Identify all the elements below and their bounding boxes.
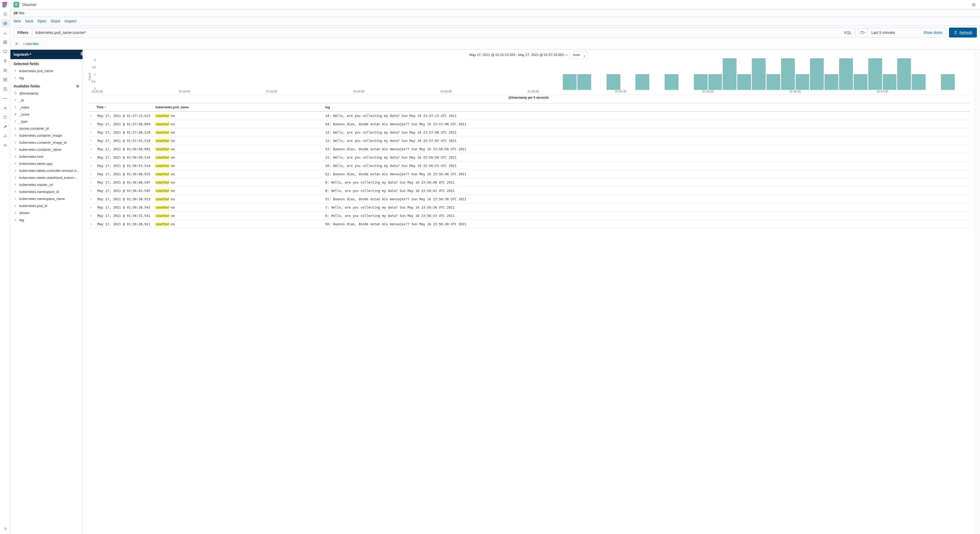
expand-row-icon[interactable]: › (88, 137, 95, 145)
chart-bar[interactable] (897, 58, 911, 90)
nav-stack-monitoring-icon[interactable] (1, 132, 10, 140)
table-row[interactable]: ›May 17, 2021 @ 01:57:08.894counter-es54… (88, 120, 970, 128)
nav-dev-tools-icon[interactable] (1, 122, 10, 131)
expand-row-icon[interactable]: › (88, 220, 95, 228)
available-field-item[interactable]: tkubernetes.container_image_id (10, 139, 83, 146)
nav-dashboard-icon[interactable] (1, 38, 10, 46)
nav-uptime-icon[interactable] (1, 103, 10, 112)
chart-bar[interactable] (795, 74, 810, 90)
chart-bar[interactable] (912, 74, 926, 90)
chart-bar[interactable] (839, 58, 853, 90)
selected-field-item[interactable]: tlog (10, 75, 83, 81)
chart-bar[interactable] (781, 58, 795, 90)
chart-bar[interactable] (737, 74, 751, 90)
expand-row-icon[interactable]: › (88, 212, 95, 220)
available-field-item[interactable]: tkubernetes.container_name (10, 146, 83, 153)
expand-row-icon[interactable]: › (88, 145, 95, 153)
nav-maps-icon[interactable] (1, 57, 10, 65)
table-row[interactable]: ›May 17, 2021 @ 01:57:08.520counter-en13… (88, 128, 970, 137)
chart-bar[interactable] (723, 58, 737, 90)
sort-desc-icon[interactable]: ▼ (104, 106, 107, 108)
available-field-item[interactable]: t_id (10, 97, 83, 104)
table-row[interactable]: ›May 17, 2021 @ 01:57:13.523counter-en14… (88, 111, 970, 120)
chart-bar[interactable] (665, 74, 678, 90)
table-row[interactable]: ›May 17, 2021 @ 01:56:58.892counter-es53… (88, 145, 970, 153)
chart-bar[interactable] (635, 74, 649, 90)
filters-label[interactable]: Filters (14, 28, 32, 37)
histogram-chart[interactable]: Count 21.510.50 01:52:3001:53:0001:53:30… (88, 58, 970, 95)
chart-plot-area[interactable]: 01:52:3001:53:0001:53:3001:54:0001:54:30… (97, 58, 970, 95)
expand-row-icon[interactable]: › (88, 128, 95, 137)
column-header-pod[interactable]: kubernetes.pod_name (153, 103, 323, 112)
chart-bar[interactable] (883, 74, 897, 90)
filter-options-icon[interactable] (14, 41, 20, 47)
column-header-time[interactable]: Time▼ (88, 103, 153, 112)
expand-row-icon[interactable]: › (88, 120, 95, 128)
top-menu-open[interactable]: Open (38, 19, 46, 23)
interval-select[interactable]: Auto (570, 51, 587, 59)
index-pattern-selector[interactable]: logstash-* (10, 50, 83, 59)
expand-row-icon[interactable]: › (88, 203, 95, 212)
nav-visualize-icon[interactable] (1, 29, 10, 37)
nav-management-icon[interactable] (1, 141, 10, 149)
kibana-logo[interactable] (2, 2, 8, 8)
available-field-item[interactable]: tkubernetes.labels.controller-revision-h… (10, 167, 83, 174)
available-field-item[interactable]: tkubernetes.namespace_id (10, 188, 83, 195)
available-field-item[interactable]: t_index (10, 104, 83, 111)
kql-toggle[interactable]: KQL (841, 30, 855, 35)
available-field-item[interactable]: tkubernetes.master_url (10, 181, 83, 188)
date-picker[interactable]: ▾ Last 5 minutes Show dates (858, 28, 947, 38)
table-row[interactable]: ›May 17, 2021 @ 01:56:38.923counter-es51… (88, 195, 970, 203)
table-row[interactable]: ›May 17, 2021 @ 01:56:53.514counter-en10… (88, 162, 970, 170)
chart-bar[interactable] (868, 58, 882, 90)
column-header-log[interactable]: log (323, 103, 970, 112)
chart-bar[interactable] (694, 74, 708, 90)
expand-row-icon[interactable]: › (88, 187, 95, 195)
expand-row-icon[interactable]: › (88, 170, 95, 178)
table-row[interactable]: ›May 17, 2021 @ 01:56:38.543counter-en7:… (88, 203, 970, 212)
nav-discover-icon[interactable] (1, 19, 10, 28)
chart-bar[interactable] (708, 74, 722, 90)
query-input[interactable] (32, 30, 841, 35)
chart-bar[interactable] (810, 58, 824, 90)
nav-ml-icon[interactable] (1, 66, 10, 75)
chart-bar[interactable] (578, 74, 591, 90)
nav-recently-viewed-icon[interactable] (1, 10, 10, 18)
available-field-item[interactable]: tkubernetes.container_image (10, 132, 83, 139)
available-field-item[interactable]: @timestamp (10, 90, 83, 97)
available-field-item[interactable]: t_type (10, 118, 83, 125)
expand-row-icon[interactable]: › (88, 153, 95, 162)
available-field-item[interactable]: tkubernetes.namespace_name (10, 195, 83, 202)
table-row[interactable]: ›May 17, 2021 @ 01:57:03.519counter-en12… (88, 137, 970, 145)
add-filter-link[interactable]: + Add filter (23, 42, 39, 46)
nav-apm-icon[interactable] (1, 94, 10, 103)
top-menu-inspect[interactable]: Inspect (65, 19, 76, 23)
nav-metrics-icon[interactable] (1, 76, 10, 84)
selected-field-item[interactable]: tkubernetes.pod_name (10, 67, 83, 75)
refresh-button[interactable]: Refresh (949, 28, 977, 38)
available-field-item[interactable]: tkubernetes.host (10, 153, 83, 160)
chart-bar[interactable] (606, 74, 620, 90)
available-field-item[interactable]: tstream (10, 209, 83, 216)
space-badge[interactable]: D (14, 2, 19, 8)
top-menu-share[interactable]: Share (51, 19, 60, 23)
top-menu-new[interactable]: New (14, 19, 21, 23)
available-field-item[interactable]: tkubernetes.labels.app (10, 160, 83, 167)
chart-bar[interactable] (854, 74, 867, 90)
fields-settings-icon[interactable]: ⚙ (76, 84, 80, 88)
expand-row-icon[interactable]: › (88, 178, 95, 187)
available-field-item[interactable]: tkubernetes.labels.statefulset_kubernet.… (10, 174, 83, 181)
available-field-item[interactable]: tdocker.container_id (10, 125, 83, 132)
calendar-icon[interactable]: ▾ (858, 28, 868, 37)
table-row[interactable]: ›May 17, 2021 @ 01:56:33.541counter-en6:… (88, 212, 970, 220)
table-row[interactable]: ›May 17, 2021 @ 01:56:48.925counter-es52… (88, 170, 970, 178)
available-field-item[interactable]: tkubernetes.pod_id (10, 202, 83, 209)
table-row[interactable]: ›May 17, 2021 @ 01:56:43.545counter-en8:… (88, 187, 970, 195)
nav-collapse-icon[interactable] (1, 524, 10, 533)
available-field-item[interactable]: ttag (10, 216, 83, 223)
table-row[interactable]: ›May 17, 2021 @ 01:56:58.516counter-en11… (88, 153, 970, 162)
table-row[interactable]: ›May 17, 2021 @ 01:56:28.921counter-es50… (88, 220, 970, 228)
chart-bar[interactable] (767, 74, 780, 90)
nav-logs-icon[interactable] (1, 85, 10, 93)
nav-canvas-icon[interactable] (1, 48, 10, 56)
